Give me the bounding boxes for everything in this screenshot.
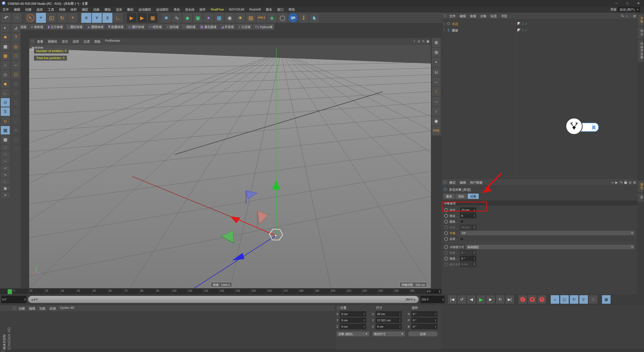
transport-gap[interactable]: [547, 295, 550, 304]
rotation-h-input[interactable]: 0 °▴▾: [411, 311, 437, 317]
spline-pen-menu[interactable]: ∿: [172, 13, 182, 23]
menu-item[interactable]: INSYDIUM: [226, 8, 247, 11]
search-icon[interactable]: [621, 14, 624, 17]
panel-grip[interactable]: [443, 181, 447, 184]
spline-snap-button[interactable]: ∿: [1, 171, 10, 178]
spinner-arrows-icon[interactable]: ▴▾: [472, 213, 476, 218]
attribute-menu-item[interactable]: 模式: [447, 180, 458, 185]
render-picture-viewer-button[interactable]: ▶: [137, 13, 147, 23]
viewport-menu-item[interactable]: 显示: [60, 39, 70, 44]
apply-button[interactable]: 应用: [408, 331, 438, 337]
viewport-solo-button[interactable]: ⊙: [1, 98, 10, 107]
sound-field-button[interactable]: ◢ 声音域: [219, 23, 236, 30]
undo-button[interactable]: ↶: [1, 13, 11, 23]
record-rotation-toggle[interactable]: ↻: [570, 295, 579, 304]
zoom-view-icon[interactable]: ◎: [417, 39, 421, 43]
range-left-arrow-icon[interactable]: ◀: [31, 298, 33, 301]
primitive-object-menu[interactable]: ■: [161, 13, 171, 23]
filter-icon[interactable]: ○: [629, 14, 631, 18]
random-field-button[interactable]: ∷ 随机域: [181, 23, 197, 30]
menu-item[interactable]: 雕刻: [125, 7, 136, 12]
extrude-tool-button[interactable]: ◫: [11, 98, 21, 107]
dock-tab[interactable]: 内容浏览器: [638, 40, 643, 62]
lock-workplane-button[interactable]: ▦: [1, 126, 10, 135]
panel-grip[interactable]: [13, 306, 16, 310]
position-y-input[interactable]: 0 cm▴▾: [340, 318, 366, 323]
menu-item[interactable]: 捕捉: [79, 7, 91, 12]
rotate-view-icon[interactable]: ↻: [421, 39, 425, 43]
object-manager-menu-item[interactable]: 书签: [499, 14, 509, 18]
volume-menu[interactable]: ▣: [193, 13, 203, 23]
guide-snap-button[interactable]: ≡: [1, 192, 10, 198]
play-button[interactable]: ▶: [476, 295, 486, 304]
box-field-button[interactable]: ▮ 立方体域: [46, 23, 65, 30]
toolbar-separator[interactable]: [79, 13, 80, 23]
material-menu-item[interactable]: Cycles 4D: [58, 306, 76, 311]
object-name[interactable]: 螺旋: [451, 28, 511, 33]
sides-input[interactable]: 6 ▴▾: [460, 213, 476, 218]
lock-z-axis-toggle[interactable]: Z: [102, 13, 112, 23]
menu-item[interactable]: 渲染: [113, 7, 125, 12]
dots-grid-button[interactable]: ∷: [11, 144, 21, 153]
dock-tab[interactable]: 场次: [638, 27, 643, 39]
character-menu[interactable]: ♞: [309, 13, 319, 23]
plane-select[interactable]: XY▼: [460, 231, 635, 236]
rotation-b-input[interactable]: 0 °▴▾: [411, 324, 437, 329]
panel-grip[interactable]: [443, 14, 447, 18]
psr-strip-icon[interactable]: PSR: [432, 126, 441, 136]
commander-help-button[interactable]: ?: [11, 33, 21, 42]
spinner-arrows-icon[interactable]: ▴▾: [472, 256, 476, 261]
move-tool[interactable]: +: [36, 13, 46, 23]
object-origin-handle[interactable]: [275, 235, 276, 236]
xparticles-pin-button[interactable]: ↧: [299, 13, 309, 23]
menu-item[interactable]: 脚本: [263, 7, 275, 12]
menu-item[interactable]: 窗口: [275, 7, 286, 12]
material-menu[interactable]: ▤: [246, 13, 256, 23]
menu-item[interactable]: 流水线: [182, 7, 197, 12]
size-x-input[interactable]: 20 cm▴▾: [376, 311, 402, 317]
vertex-snap-button[interactable]: ∴: [1, 151, 10, 158]
viewport-canvas[interactable]: 透视视图 Number of emitters: 0 Total live pa…: [29, 45, 431, 288]
add-object-icon[interactable]: ⊞: [633, 14, 636, 18]
material-menu-item[interactable]: 编辑: [27, 306, 37, 311]
record-parameter-toggle[interactable]: P: [579, 295, 588, 304]
loop-button[interactable]: ↻: [496, 295, 505, 304]
position-z-input[interactable]: 0 cm▴▾: [340, 324, 366, 329]
keyframe-panel-button[interactable]: ▦: [602, 295, 611, 304]
layout-select[interactable]: 启动 (用户)▾: [618, 7, 640, 12]
polygon-selection-button[interactable]: ⬠: [11, 70, 21, 79]
psr-zero-button[interactable]: PSR 0: [256, 13, 266, 23]
viewport-menu-item[interactable]: 查看: [35, 39, 46, 44]
swap-vertical-icon[interactable]: ↕: [432, 87, 441, 96]
material-menu-item[interactable]: 创建: [17, 306, 27, 311]
add-view-icon[interactable]: +: [432, 57, 441, 67]
polygons-mode-button[interactable]: ◆: [1, 79, 10, 88]
menu-item[interactable]: 运动跟踪: [136, 7, 153, 12]
move-down-icon[interactable]: ↓: [432, 106, 441, 116]
key-dot-icon[interactable]: [444, 231, 448, 235]
bridge-tool-button[interactable]: ▭: [11, 89, 21, 98]
edge-snap-button[interactable]: ─: [1, 158, 10, 164]
rotate-tool[interactable]: ↻: [57, 13, 67, 23]
size-y-input[interactable]: 17.321 cm▴▾: [376, 318, 402, 323]
object-row-helix[interactable]: └ § 螺旋 ✓: [442, 27, 637, 33]
workplane-mode-button[interactable]: ▦: [1, 51, 10, 60]
position-mode-select[interactable]: 对象 (相对)▼: [336, 331, 370, 337]
previous-frame-button[interactable]: ◀: [467, 295, 476, 304]
go-to-end-button[interactable]: ▶|: [505, 295, 514, 304]
model-mode-button[interactable]: ■: [1, 33, 10, 42]
y-axis-line[interactable]: [276, 187, 276, 236]
light-menu[interactable]: ☀: [235, 13, 245, 23]
dock-tab[interactable]: 属性: [638, 181, 643, 192]
menu-item[interactable]: 运动图形: [153, 7, 171, 12]
toolbar-separator[interactable]: [23, 13, 24, 23]
keyframe-selection-options-button[interactable]: ?: [537, 295, 546, 304]
rectangle-selection-button[interactable]: □: [11, 51, 21, 60]
target-icon[interactable]: ◎: [629, 181, 631, 184]
next-frame-button[interactable]: ▶: [486, 295, 495, 304]
cone-field-button[interactable]: ▲ 圆锥体域: [85, 23, 106, 30]
mesh-tool-button[interactable]: ▧: [11, 79, 21, 88]
quantize-snap-button[interactable]: ∷: [1, 144, 10, 151]
menu-item[interactable]: 创建: [23, 7, 34, 12]
environment-menu[interactable]: ▦: [214, 13, 224, 23]
